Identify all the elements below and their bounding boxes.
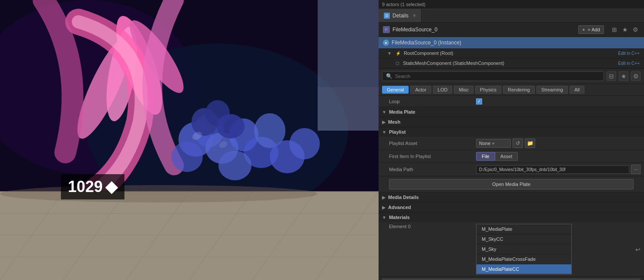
media-path-browse-btn[interactable]: ··· <box>631 165 641 174</box>
header-icons: ⊞ ★ ⚙ <box>610 25 640 34</box>
tab-streaming[interactable]: Streaming <box>537 86 568 94</box>
static-mesh-icon: ⬡ <box>394 60 400 66</box>
tab-general[interactable]: General <box>382 86 409 94</box>
material-option-4[interactable]: M_MediaPlateCC <box>476 264 571 274</box>
loop-checkbox[interactable]: ✓ <box>476 98 482 105</box>
table-view-icon[interactable]: ⊟ <box>607 71 616 81</box>
component-type-icon: F <box>383 26 390 33</box>
svg-point-10 <box>171 142 203 172</box>
svg-point-35 <box>0 185 318 202</box>
root-component-icon: ⚡ <box>395 50 401 56</box>
playlist-refresh-btn[interactable]: ↺ <box>513 138 523 148</box>
instance-icon: ● <box>383 40 389 46</box>
panel-header: D Details × <box>379 9 644 23</box>
playlist-dropdown-value: None <box>479 141 490 146</box>
component-tree: ▼ ⚡ RootComponent (Root) Edit in C++ ⬡ S… <box>379 48 644 69</box>
details-tab-label: Details <box>392 13 409 19</box>
mesh-section-header[interactable]: ▶ Mesh <box>379 117 644 127</box>
grid-view-icon[interactable]: ⊞ <box>610 25 619 34</box>
mesh-label: Mesh <box>388 119 400 125</box>
media-plate-section: ▼ Media Plate <box>379 107 644 117</box>
instance-label: FileMediaSource_0 (Instance) <box>392 40 461 46</box>
material-option-3[interactable]: M_MediaPlateCrossFade <box>476 254 571 264</box>
svg-rect-22 <box>318 0 379 87</box>
media-details-arrow: ▶ <box>382 195 386 200</box>
materials-arrow: ▼ <box>382 215 386 220</box>
tab-lod[interactable]: LOD <box>433 86 453 94</box>
playlist-arrow: ▼ <box>382 130 386 135</box>
materials-header[interactable]: ▼ Materials <box>379 213 644 222</box>
media-path-label: Media Path <box>389 167 476 172</box>
first-item-row: First Item In Playlist File Asset <box>379 150 644 163</box>
media-details-label: Media Details <box>388 195 419 200</box>
root-edit-cpp[interactable]: Edit in C++ <box>618 51 640 56</box>
svg-point-19 <box>217 114 245 138</box>
settings-icon[interactable]: ⚙ <box>631 25 640 34</box>
counter-diamond-icon: ◆ <box>105 178 117 196</box>
playlist-asset-row: Playlist Asset None ▾ ↺ 📁 <box>379 137 644 150</box>
material-option-1[interactable]: M_SkyCC <box>476 234 571 244</box>
add-button-label: + Add <box>588 27 600 32</box>
properties-content: Loop ✓ ▼ Media Plate ▶ Mesh ▼ Playlist <box>379 96 644 280</box>
counter-value: 1029 <box>68 178 103 196</box>
instance-row: ● FileMediaSource_0 (Instance) <box>379 37 644 48</box>
actors-count-bar: 9 actors (1 selected) <box>379 0 644 9</box>
media-path-input[interactable] <box>476 165 629 174</box>
playlist-asset-label: Playlist Asset <box>389 141 476 146</box>
advanced-label: Advanced <box>388 205 411 210</box>
tab-physics[interactable]: Physics <box>475 86 501 94</box>
tree-expand-arrow: ▼ <box>387 51 392 56</box>
star-filter-icon[interactable]: ★ <box>619 71 628 81</box>
component-name-label: FileMediaSource_0 <box>392 27 437 33</box>
materials-section: ▼ Materials Element 0 M_MediaPlate M_Sky… <box>379 213 644 280</box>
materials-label: Materials <box>389 215 410 220</box>
material-option-0[interactable]: M_MediaPlate <box>476 224 571 234</box>
element-0-revert-btn[interactable]: ↩ <box>635 246 641 253</box>
svg-rect-23 <box>318 87 379 131</box>
material-option-2[interactable]: M_Sky <box>476 244 571 254</box>
first-item-file-btn[interactable]: File <box>476 152 495 161</box>
playlist-browse-btn[interactable]: 📁 <box>525 138 535 148</box>
tab-actor[interactable]: Actor <box>410 86 431 94</box>
advanced-header[interactable]: ▶ Advanced <box>379 202 644 213</box>
open-media-plate-label: Open Media Plate <box>492 182 530 187</box>
tab-all[interactable]: All <box>570 86 584 94</box>
add-plus-icon: + <box>582 27 585 32</box>
svg-rect-24 <box>0 192 379 280</box>
advanced-arrow: ▶ <box>382 205 386 210</box>
playlist-asset-dropdown[interactable]: None ▾ <box>476 139 511 148</box>
first-item-toggle: File Asset <box>476 152 518 161</box>
loop-property-row: Loop ✓ <box>379 96 644 107</box>
component-name-area: F FileMediaSource_0 <box>383 26 437 33</box>
static-mesh-row[interactable]: ⬡ StaticMeshComponent (StaticMeshCompone… <box>379 58 644 68</box>
media-details-header[interactable]: ▶ Media Details <box>379 192 644 202</box>
config-icon[interactable]: ⚙ <box>631 71 641 81</box>
details-panel: 9 actors (1 selected) D Details × F File… <box>379 0 644 280</box>
search-input-wrap: 🔍 <box>382 71 604 81</box>
media-path-value: ··· <box>476 165 641 174</box>
details-tab[interactable]: D Details × <box>379 9 422 22</box>
bookmark-icon[interactable]: ★ <box>621 25 629 34</box>
media-path-row: Media Path ··· <box>379 163 644 176</box>
playlist-section: ▼ Playlist Playlist Asset None ▾ ↺ 📁 Fir… <box>379 127 644 192</box>
open-media-plate-btn[interactable]: Open Media Plate <box>389 179 634 189</box>
search-input[interactable] <box>395 74 600 79</box>
details-tab-icon: D <box>384 13 390 19</box>
filter-tabs: General Actor LOD Misc Physics Rendering… <box>379 84 644 96</box>
tab-rendering[interactable]: Rendering <box>503 86 535 94</box>
material-dropdown-popup: M_MediaPlate M_SkyCC M_Sky M_MediaPlateC… <box>476 224 572 275</box>
svg-point-13 <box>218 151 252 180</box>
details-tab-close[interactable]: × <box>413 13 416 19</box>
first-item-asset-btn[interactable]: Asset <box>495 152 518 161</box>
root-component-row[interactable]: ▼ ⚡ RootComponent (Root) Edit in C++ <box>379 48 644 58</box>
mesh-edit-cpp[interactable]: Edit in C++ <box>618 61 640 66</box>
media-plate-header[interactable]: ▼ Media Plate <box>379 107 644 117</box>
tab-misc[interactable]: Misc <box>454 86 473 94</box>
media-plate-arrow: ▼ <box>382 110 386 115</box>
element-0-value: M_MediaPlate M_SkyCC M_Sky M_MediaPlateC… <box>476 224 641 275</box>
add-button[interactable]: + + Add <box>578 25 604 34</box>
root-component-label: RootComponent (Root) <box>404 51 453 56</box>
playlist-header[interactable]: ▼ Playlist <box>379 127 644 137</box>
actors-count-label: 9 actors (1 selected) <box>382 2 426 7</box>
scene-svg <box>0 0 379 280</box>
